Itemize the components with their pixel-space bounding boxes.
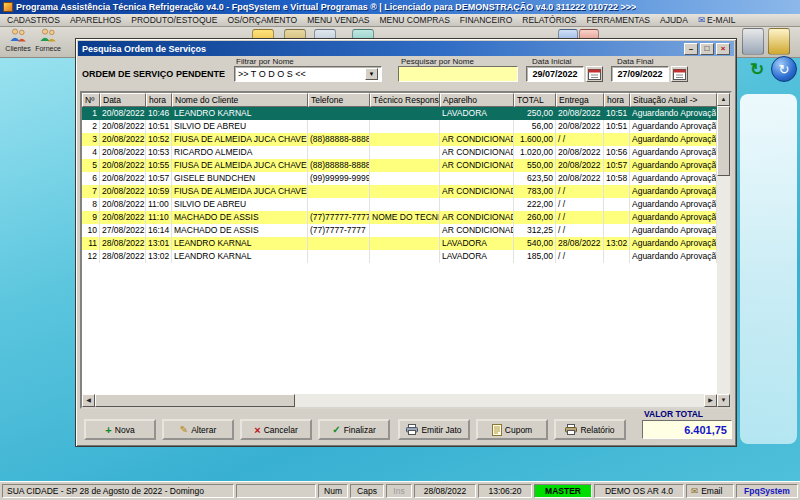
cell-cliente: MACHADO DE ASSIS <box>172 224 308 237</box>
toolbar-icon[interactable] <box>768 28 790 55</box>
column-header[interactable]: Técnico Responsável <box>370 93 440 107</box>
cell-hora: 16:14 <box>146 224 172 237</box>
refresh-button[interactable]: ↻ <box>746 59 768 81</box>
status-email[interactable]: ✉ Email <box>686 484 734 498</box>
cell-entrega: / / <box>556 133 604 146</box>
button-label: Cancelar <box>264 425 298 435</box>
vertical-scrollbar[interactable]: ▲ ▼ <box>717 93 730 407</box>
hscroll-thumb[interactable] <box>95 394 295 407</box>
cell-entrega_hora: 10:56 <box>604 146 630 159</box>
scroll-left-icon[interactable]: ◀ <box>82 394 95 407</box>
toolbar-item-clientes[interactable]: Clientes <box>3 28 33 53</box>
column-header[interactable]: Nº <box>82 93 100 107</box>
cell-n: 8 <box>82 198 100 211</box>
table-row[interactable]: 120/08/202210:46LEANDRO KARNALLAVADORA25… <box>82 107 717 120</box>
edit-button[interactable]: ✎ Alterar <box>162 419 234 440</box>
menu-item-menu-compras[interactable]: MENU COMPRAS <box>374 14 454 26</box>
status-brand[interactable]: FpqSystem <box>736 484 798 498</box>
cell-total: 250,00 <box>514 107 556 120</box>
cell-n: 5 <box>82 159 100 172</box>
cell-tecnico <box>370 107 440 120</box>
table-row[interactable]: 220/08/202210:51SILVIO DE ABREU56,0020/0… <box>82 120 717 133</box>
table-row[interactable]: 320/08/202210:52FIUSA DE ALMEIDA JUCA CH… <box>82 133 717 146</box>
scroll-right-icon[interactable]: ▶ <box>704 394 717 407</box>
column-header[interactable]: Telefone <box>308 93 370 107</box>
go-button[interactable]: ↻ <box>771 56 797 82</box>
status-user-badge: MASTER <box>534 484 592 498</box>
minimize-button[interactable]: – <box>684 43 698 55</box>
report-button[interactable]: Relatório <box>554 419 626 440</box>
status-location: SUA CIDADE - SP 28 de Agosto de 2022 - D… <box>2 484 234 498</box>
menu-item-financeiro[interactable]: FINANCEIRO <box>455 14 517 26</box>
order-type-label: ORDEM DE SERVIÇO <box>82 69 173 79</box>
table-row[interactable]: 920/08/202211:10MACHADO DE ASSIS(77)7777… <box>82 211 717 224</box>
cell-data: 20/08/2022 <box>100 198 146 211</box>
cell-situacao: Aguardando Aprovação <box>630 120 717 133</box>
scroll-down-icon[interactable]: ▼ <box>717 394 730 407</box>
menu-item-ajuda[interactable]: AJUDA <box>655 14 693 26</box>
new-button[interactable]: + Nova <box>84 419 156 440</box>
close-button[interactable]: × <box>716 43 730 55</box>
column-header[interactable]: Situação Atual -> <box>630 93 717 107</box>
cell-n: 10 <box>82 224 100 237</box>
status-bar: SUA CIDADE - SP 28 de Agosto de 2022 - D… <box>0 481 800 500</box>
cell-hora: 10:57 <box>146 172 172 185</box>
print-inkjet-button[interactable]: Emitir Jato <box>398 419 470 440</box>
cell-telefone: (99)99999-9999 <box>308 172 370 185</box>
cell-n: 6 <box>82 172 100 185</box>
column-header[interactable]: Aparelho <box>440 93 514 107</box>
table-row[interactable]: 420/08/202210:53RICARDO ALMEIDAAR CONDIC… <box>82 146 717 159</box>
finish-button[interactable]: ✓ Finalizar <box>318 419 390 440</box>
cancel-button[interactable]: × Cancelar <box>240 419 312 440</box>
menu-item-relat-rios[interactable]: RELATÓRIOS <box>517 14 581 26</box>
table-row[interactable]: 520/08/202210:55FIUSA DE ALMEIDA JUCA CH… <box>82 159 717 172</box>
table-row[interactable]: 1228/08/202213:02LEANDRO KARNALLAVADORA1… <box>82 250 717 263</box>
column-header[interactable]: Entrega <box>556 93 604 107</box>
calendar-icon[interactable] <box>671 66 688 82</box>
column-header[interactable]: Nome do Cliente <box>172 93 308 107</box>
date-start-value[interactable]: 29/07/2022 <box>526 66 584 82</box>
toolbar-item-label: Clientes <box>3 45 33 53</box>
menu-item-produto-estoque[interactable]: PRODUTO/ESTOQUE <box>126 14 222 26</box>
search-input[interactable] <box>398 66 518 82</box>
column-header[interactable]: hora <box>146 93 172 107</box>
table-row[interactable]: 1128/08/202213:01LEANDRO KARNALLAVADORA5… <box>82 237 717 250</box>
toolbar-item-fornecedor[interactable]: Fornece <box>33 28 63 53</box>
column-header[interactable]: Data <box>100 93 146 107</box>
scroll-up-icon[interactable]: ▲ <box>717 93 730 106</box>
table-row[interactable]: 620/08/202210:57GISELE BUNDCHEN(99)99999… <box>82 172 717 185</box>
dialog-titlebar[interactable]: Pesquisa Ordem de Serviços – □ × <box>78 41 734 56</box>
cell-entrega: 20/08/2022 <box>556 120 604 133</box>
cell-data: 28/08/2022 <box>100 237 146 250</box>
app-icon <box>3 2 13 12</box>
table-row[interactable]: 1027/08/202216:14MACHADO DE ASSIS(77)777… <box>82 224 717 237</box>
cell-tecnico <box>370 120 440 133</box>
date-end-value[interactable]: 27/09/2022 <box>611 66 669 82</box>
cell-entrega_hora <box>604 211 630 224</box>
column-header[interactable]: hora <box>604 93 630 107</box>
cell-cliente: LEANDRO KARNAL <box>172 237 308 250</box>
calendar-icon[interactable] <box>586 66 603 82</box>
menu-item-e-mail[interactable]: ✉E-MAIL <box>693 14 740 26</box>
maximize-button[interactable]: □ <box>700 43 714 55</box>
coupon-button[interactable]: Cupom <box>476 419 548 440</box>
table-row[interactable]: 820/08/202211:00SILVIO DE ABREU222,00/ /… <box>82 198 717 211</box>
chevron-down-icon[interactable]: ▼ <box>365 68 378 80</box>
grid-main: NºDatahoraNome do ClienteTelefoneTécnico… <box>82 93 717 407</box>
horizontal-scrollbar[interactable]: ◀ ▶ <box>82 394 717 407</box>
column-header[interactable]: TOTAL <box>514 93 556 107</box>
menu-item-os-or-amento[interactable]: OS/ORÇAMENTO <box>222 14 302 26</box>
menu-item-cadastros[interactable]: CADASTROS <box>2 14 65 26</box>
clients-icon <box>7 28 29 43</box>
toolbar-icon[interactable] <box>742 28 764 55</box>
cell-aparelho <box>440 120 514 133</box>
filter-combobox[interactable]: >> T O D O S << ▼ <box>234 66 382 82</box>
cell-situacao: Aguardando Aprovação <box>630 211 717 224</box>
vscroll-thumb[interactable] <box>717 106 730 176</box>
orders-table: NºDatahoraNome do ClienteTelefoneTécnico… <box>80 91 732 409</box>
cell-tecnico: NOME DO TECNICO <box>370 211 440 224</box>
table-row[interactable]: 720/08/202210:59FIUSA DE ALMEIDA JUCA CH… <box>82 185 717 198</box>
menu-item-ferramentas[interactable]: FERRAMENTAS <box>581 14 655 26</box>
menu-item-aparelhos[interactable]: APARELHOS <box>65 14 126 26</box>
menu-item-menu-vendas[interactable]: MENU VENDAS <box>302 14 374 26</box>
